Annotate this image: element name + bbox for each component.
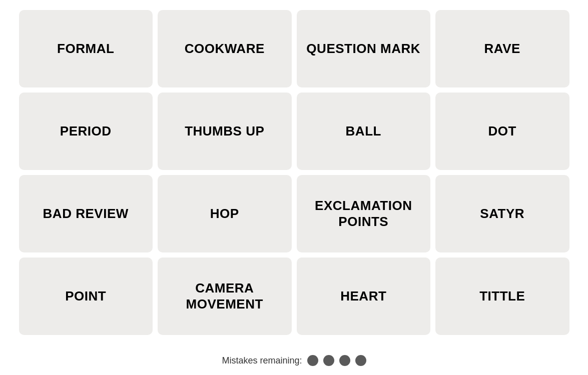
grid-cell-tittle[interactable]: TITTLE <box>435 258 569 335</box>
grid-cell-hop[interactable]: HOP <box>158 175 292 252</box>
cell-label-bad-review: BAD REVIEW <box>38 201 134 226</box>
grid-cell-formal[interactable]: FORMAL <box>19 10 153 88</box>
grid-cell-thumbs-up[interactable]: THUMBS UP <box>158 92 292 170</box>
cell-label-tittle: TITTLE <box>474 284 530 309</box>
mistakes-row: Mistakes remaining: <box>222 355 366 366</box>
cell-label-dot: DOT <box>483 118 521 144</box>
cell-label-ball: BALL <box>341 118 386 144</box>
cell-label-thumbs-up: THUMBS UP <box>180 118 269 144</box>
cell-label-point: POINT <box>60 284 111 309</box>
grid-cell-dot[interactable]: DOT <box>435 92 569 170</box>
grid-cell-bad-review[interactable]: BAD REVIEW <box>19 175 153 252</box>
mistake-dot-4 <box>355 355 366 366</box>
grid-cell-ball[interactable]: BALL <box>297 92 431 170</box>
cell-label-exclamation-points: EXCLAMATION POINTS <box>297 193 431 234</box>
grid-cell-question-mark[interactable]: QUESTION MARK <box>297 10 431 88</box>
grid-cell-point[interactable]: POINT <box>19 258 153 335</box>
cell-label-heart: HEART <box>335 284 391 309</box>
mistake-dot-1 <box>307 355 318 366</box>
cell-label-cookware: COOKWARE <box>180 36 270 62</box>
grid-cell-rave[interactable]: RAVE <box>435 10 569 88</box>
cell-label-period: PERIOD <box>55 118 117 144</box>
mistake-dot-3 <box>339 355 350 366</box>
grid-cell-period[interactable]: PERIOD <box>19 92 153 170</box>
grid-cell-satyr[interactable]: SATYR <box>435 175 569 252</box>
cell-label-rave: RAVE <box>479 36 525 62</box>
mistakes-label: Mistakes remaining: <box>222 356 302 366</box>
cell-label-satyr: SATYR <box>475 201 529 226</box>
cell-label-question-mark: QUESTION MARK <box>301 36 425 62</box>
cell-label-hop: HOP <box>205 201 244 226</box>
mistake-dot-2 <box>323 355 334 366</box>
cell-label-camera-movement: CAMERA MOVEMENT <box>158 276 292 316</box>
cell-label-formal: FORMAL <box>52 36 119 62</box>
grid-cell-camera-movement[interactable]: CAMERA MOVEMENT <box>158 258 292 335</box>
grid-cell-exclamation-points[interactable]: EXCLAMATION POINTS <box>297 175 431 252</box>
grid-cell-heart[interactable]: HEART <box>297 258 431 335</box>
word-grid: FORMALCOOKWAREQUESTION MARKRAVEPERIODTHU… <box>19 10 569 335</box>
grid-cell-cookware[interactable]: COOKWARE <box>158 10 292 88</box>
